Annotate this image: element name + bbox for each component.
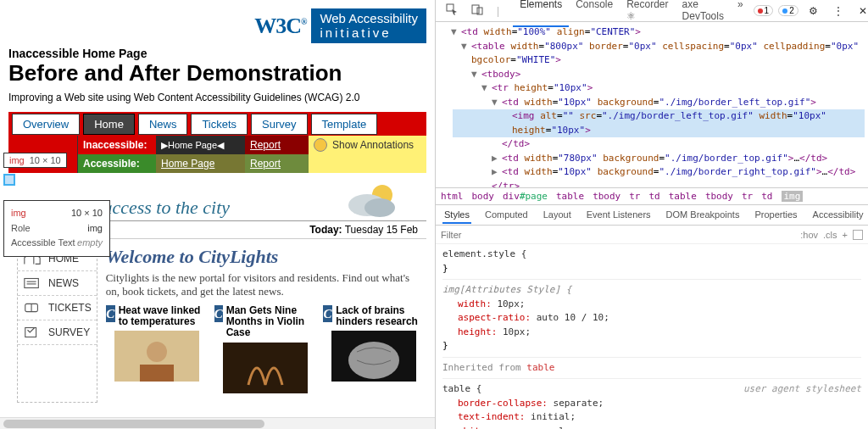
webpage-pane: W3C® Web Accessibilityinitiative Inacces… (0, 0, 435, 429)
inspect-element-icon[interactable] (441, 1, 463, 20)
tab-survey[interactable]: Survey (251, 114, 307, 135)
inspect-tooltip-large: img10 × 10 Roleimg Accessible Textempty (3, 200, 110, 257)
styles-tab-accessibility[interactable]: Accessibility (811, 207, 865, 224)
welcome-section: Welcome to CityLights Citylights is the … (97, 239, 433, 403)
devtools-pane: | Elements Console Recorder ⚛ axe DevToo… (435, 0, 868, 429)
dom-node-selected[interactable]: <img alt="" src="./img/border_left_top.g… (453, 109, 865, 137)
inspect-tooltip-small: img 10 × 10 (3, 153, 67, 168)
welcome-heading: Welcome to CityLights (106, 246, 425, 268)
page-tagline: Improving a Web site using Web Content A… (8, 92, 426, 103)
page-subtitle: Inaccessible Home Page (8, 47, 426, 60)
tab-template[interactable]: Template (311, 114, 378, 135)
label-inaccessible: Inaccessible: (78, 136, 156, 154)
dom-node[interactable]: <tbody> (481, 69, 520, 80)
link-report-accessible[interactable]: Report (245, 154, 309, 173)
styles-tab-computed[interactable]: Computed (483, 207, 530, 224)
inspect-highlight (3, 174, 15, 186)
styles-tab-styles[interactable]: Styles (442, 207, 471, 224)
svg-rect-11 (140, 365, 174, 382)
cls-toggle[interactable]: .cls (823, 230, 837, 240)
sidenav-news[interactable]: NEWS (18, 271, 97, 296)
svg-rect-16 (472, 5, 479, 14)
news-card[interactable]: CMan Gets Nine Months in Violin Case (214, 305, 316, 396)
sidenav-survey[interactable]: SURVEY (18, 320, 97, 345)
new-style-rule-icon[interactable]: + (843, 230, 848, 240)
dom-node[interactable]: <td width="780px" background="./img/bord… (502, 153, 827, 164)
dom-node[interactable]: <td width="10px" background="./img/borde… (502, 166, 855, 177)
error-badge[interactable]: 1 (754, 5, 774, 16)
styles-tab-layout[interactable]: Layout (542, 207, 573, 224)
styles-panel[interactable]: element.style { } img[Attributes Style] … (436, 244, 868, 429)
svg-point-10 (147, 342, 167, 362)
news-card[interactable]: CLack of brains hinders research (323, 305, 425, 396)
news-card[interactable]: CHeat wave linked to temperatures (106, 305, 208, 396)
dom-tree[interactable]: ▼<td width="100%" align="CENTER"> ▼<tabl… (436, 22, 868, 188)
styles-tab-properties[interactable]: Properties (753, 207, 798, 224)
styles-tab-dombreakpoints[interactable]: DOM Breakpoints (665, 207, 742, 224)
close-icon[interactable]: ✕ (854, 3, 868, 20)
horizontal-scrollbar[interactable] (0, 417, 435, 429)
svg-rect-12 (223, 343, 308, 393)
dom-node[interactable]: <td width="100%" align="CENTER"> (461, 26, 641, 37)
dom-node[interactable]: <tr height="10px"> (492, 82, 593, 93)
tab-news[interactable]: News (138, 114, 188, 135)
toggle-sidebar-icon[interactable] (853, 230, 863, 240)
styles-filter-row: :hov .cls + (436, 226, 868, 244)
link-report-inaccessible[interactable]: Report (245, 136, 309, 154)
annotations-icon (314, 138, 327, 152)
tab-home[interactable]: Home (83, 114, 135, 135)
styles-filter-input[interactable] (441, 230, 795, 240)
hov-toggle[interactable]: :hov (800, 230, 818, 240)
more-icon[interactable]: ⋮ (828, 3, 849, 20)
welcome-text: Citylights is the new portal for visitor… (106, 271, 425, 298)
svg-point-2 (364, 198, 395, 217)
tab-overview[interactable]: Overview (12, 114, 80, 135)
page-title: Before and After Demonstration (8, 60, 426, 86)
label-accessible: Accessible: (78, 154, 156, 173)
weather-icon (342, 180, 401, 225)
dom-breadcrumb[interactable]: html body div#page table tbody tr td tab… (436, 188, 868, 205)
dom-node[interactable]: </tr> (492, 181, 520, 189)
styles-tab-eventlisteners[interactable]: Event Listeners (585, 207, 653, 224)
devtools-toolbar: | Elements Console Recorder ⚛ axe DevToo… (436, 0, 868, 22)
sidenav: HOME NEWS TICKETS SURVEY (17, 246, 97, 403)
styles-subtabs: Styles Computed Layout Event Listeners D… (436, 205, 868, 226)
main-tabs: Overview Home News Tickets Survey Templa… (8, 112, 426, 136)
toggle-annotations[interactable]: Show Annotations (309, 136, 426, 154)
dom-node[interactable]: <table width="800px" border="0px" cellsp… (471, 41, 859, 66)
dom-node[interactable]: </td> (502, 138, 530, 149)
nav-home-inaccessible[interactable]: ▶ Home Page ◀ (156, 136, 245, 154)
nav-home-accessible[interactable]: Home Page (156, 154, 245, 173)
settings-icon[interactable]: ⚙ (804, 3, 823, 20)
dom-node[interactable]: <td width="10px" background="./img/borde… (502, 97, 816, 108)
svg-rect-3 (25, 279, 39, 288)
subbar: Inaccessible: ▶ Home Page ◀ Report Show … (8, 136, 426, 173)
sidenav-tickets[interactable]: TICKETS (18, 296, 97, 320)
tab-tickets[interactable]: Tickets (191, 114, 248, 135)
info-badge[interactable]: 2 (778, 5, 798, 16)
svg-rect-8 (25, 328, 36, 337)
wai-logo: W3C® Web Accessibilityinitiative (8, 8, 426, 43)
device-toggle-icon[interactable] (466, 1, 488, 20)
